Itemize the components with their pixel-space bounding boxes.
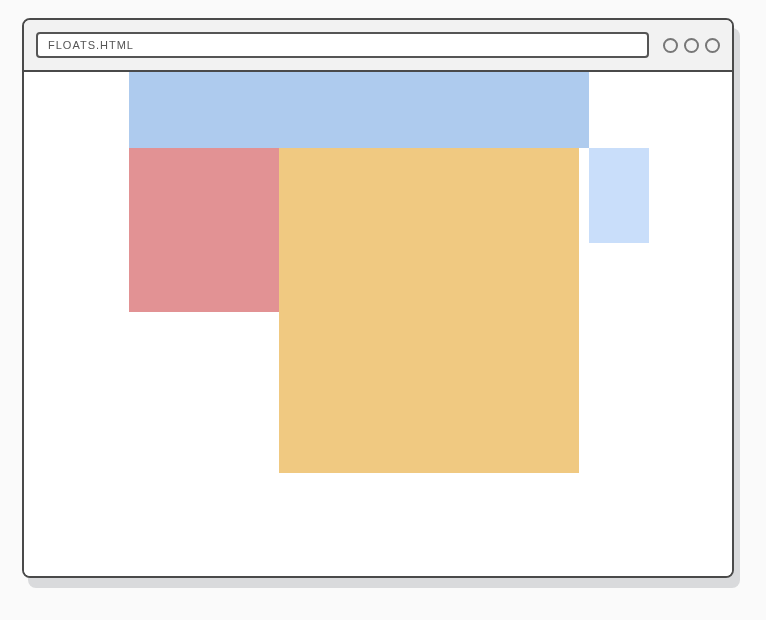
window-control-dot[interactable]	[684, 38, 699, 53]
address-bar[interactable]: FLOATS.HTML	[36, 32, 649, 58]
float-header-box	[129, 72, 589, 148]
window-control-dot[interactable]	[663, 38, 678, 53]
browser-window: FLOATS.HTML	[22, 18, 734, 578]
window-control-dot[interactable]	[705, 38, 720, 53]
viewport	[24, 72, 732, 576]
float-right-box	[589, 148, 649, 243]
window-controls	[663, 38, 720, 53]
float-main-box	[279, 148, 579, 473]
address-text: FLOATS.HTML	[48, 39, 134, 51]
float-left-box	[129, 148, 279, 312]
titlebar: FLOATS.HTML	[24, 20, 732, 72]
